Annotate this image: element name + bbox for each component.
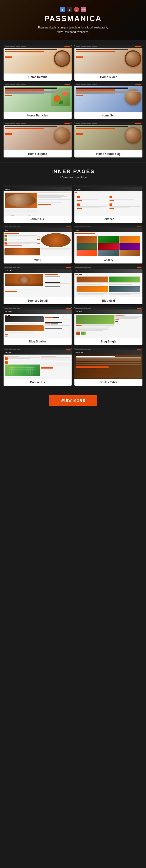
book-table-label: Book a Table: [74, 379, 142, 386]
view-more-button[interactable]: WIEW MORE: [49, 395, 97, 406]
home-particles-preview[interactable]: Home Particles: [4, 84, 72, 119]
gallery-preview[interactable]: Gallery Gallery: [74, 225, 142, 264]
menu-label: Menu: [4, 256, 72, 264]
about-us-preview[interactable]: About Us 1,560 1,340 3,400 4,200: [4, 185, 72, 223]
home-ripples-preview[interactable]: Home Ripples: [4, 122, 72, 157]
hero-description: Passmanica is a unique template for a fo…: [35, 25, 111, 34]
inner-pages-header: INNER PAGES 11 Awesome Inner Pages: [0, 162, 146, 182]
book-table-thumb: Book a Table: [74, 348, 142, 379]
blog-single-thumb: Blog Single: [74, 307, 142, 338]
gulp-icon: G: [74, 7, 79, 12]
inner-pages-grid: About Us 1,560 1,340 3,400 4,200: [0, 182, 146, 391]
menu-preview[interactable]: Menu: [4, 225, 72, 264]
blog-single-preview[interactable]: Blog Single: [74, 307, 142, 345]
book-table-preview[interactable]: Book a Table Book a Table: [74, 348, 142, 386]
services-label: Services: [74, 216, 142, 223]
home-svg-preview[interactable]: Home Svg: [74, 84, 142, 119]
gallery-label: Gallery: [74, 256, 142, 264]
home-particles-label: Home Particles: [4, 112, 72, 119]
blog-sidebar-preview[interactable]: Blog Sidebar: [4, 307, 72, 345]
shield-icon: ◼: [60, 7, 65, 12]
home-slider-label: Home Slider: [74, 73, 142, 81]
home-youtube-preview[interactable]: Home Youtube Bg: [74, 122, 142, 157]
home-slider-preview[interactable]: Home Slider: [74, 45, 142, 81]
home-previews-grid: Home Default: [4, 45, 142, 157]
about-us-label: About Us: [4, 216, 72, 223]
hero-section: ◼ B G Sass PASSMANICA Passmanica is a un…: [0, 0, 146, 40]
contact-us-thumb: Contact Us: [4, 348, 72, 379]
home-youtube-label: Home Youtube Bg: [74, 150, 142, 157]
blog-grid-label: Blog Grid: [74, 297, 142, 304]
hero-icons: ◼ B G Sass: [5, 7, 141, 12]
gallery-thumb: Gallery: [74, 225, 142, 256]
bootstrap-icon: B: [67, 7, 72, 12]
sass-icon: Sass: [81, 7, 86, 12]
home-svg-label: Home Svg: [74, 112, 142, 119]
services-thumb: Services: [74, 185, 142, 216]
services-detail-thumb: Services Detail: [4, 266, 72, 297]
contact-us-label: Contact Us: [4, 379, 72, 386]
home-slider-thumb: [74, 45, 142, 73]
menu-thumb: Menu: [4, 225, 72, 256]
blog-sidebar-label: Blog Sidebar: [4, 338, 72, 345]
services-detail-label: Services Detail: [4, 297, 72, 304]
blog-grid-thumb: Blog Grid: [74, 266, 142, 297]
contact-us-preview[interactable]: Contact Us: [4, 348, 72, 386]
home-default-thumb: [4, 45, 72, 73]
home-ripples-label: Home Ripples: [4, 150, 72, 157]
home-svg-thumb: [74, 84, 142, 112]
home-particles-thumb: [4, 84, 72, 112]
home-default-preview[interactable]: Home Default: [4, 45, 72, 81]
blog-single-label: Blog Single: [74, 338, 142, 345]
inner-pages-title: INNER PAGES: [5, 168, 141, 175]
about-us-thumb: About Us 1,560 1,340 3,400 4,200: [4, 185, 72, 216]
view-more-section: WIEW MORE: [0, 391, 146, 413]
home-youtube-thumb: [74, 122, 142, 150]
services-preview[interactable]: Services: [74, 185, 142, 223]
home-ripples-thumb: [4, 122, 72, 150]
services-detail-preview[interactable]: Services Detail: [4, 266, 72, 304]
hero-title: PASSMANICA: [5, 14, 141, 23]
blog-sidebar-thumb: Blog Sidebar: [4, 307, 72, 338]
home-previews-section: Home Default: [0, 40, 146, 162]
blog-grid-preview[interactable]: Blog Grid: [74, 266, 142, 304]
home-default-label: Home Default: [4, 73, 72, 81]
inner-pages-subtitle: 11 Awesome Inner Pages: [5, 176, 141, 179]
